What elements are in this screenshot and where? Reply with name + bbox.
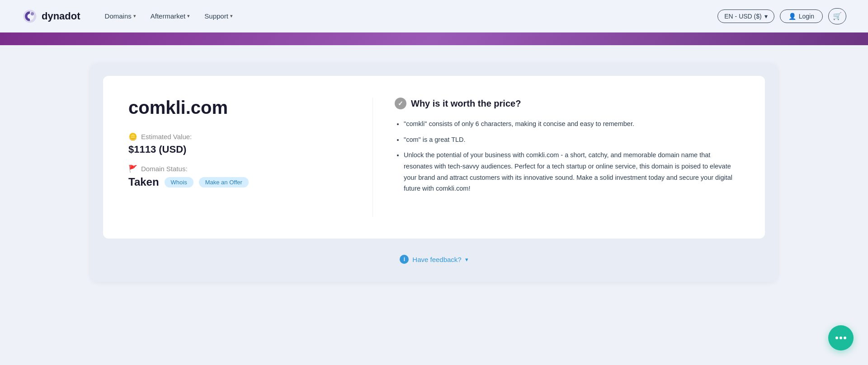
chat-button[interactable] [828,325,854,351]
logo-link[interactable]: dynadot [22,8,80,24]
lang-chevron-icon: ▾ [764,13,768,20]
coins-icon: 🪙 [128,132,137,141]
outer-card: comkli.com 🪙 Estimated Value: $1113 (USD… [90,63,778,282]
nav-domains[interactable]: Domains ▾ [99,9,142,23]
domain-info-card: comkli.com 🪙 Estimated Value: $1113 (USD… [103,76,765,239]
nav-right: EN - USD ($) ▾ 👤 Login 🛒 [717,8,846,24]
estimated-value-label: Estimated Value: [141,133,192,140]
right-panel: ✓ Why is it worth the price? "comkli" co… [373,98,740,217]
logo-icon [22,8,38,24]
why-list-item: "comkli" consists of only 6 characters, … [404,118,740,130]
domain-name: comkli.com [128,98,345,118]
language-selector[interactable]: EN - USD ($) ▾ [717,9,774,23]
status-row: Taken Whois Make an Offer [128,176,345,188]
nav-links: Domains ▾ Aftermarket ▾ Support ▾ [99,9,718,23]
flag-icon: 🚩 [128,164,137,173]
why-list: "comkli" consists of only 6 characters, … [395,118,740,194]
user-icon: 👤 [788,13,796,20]
promo-banner [0,33,868,45]
main-content: comkli.com 🪙 Estimated Value: $1113 (USD… [0,45,868,334]
feedback-bar: i Have feedback? ▾ [103,249,765,269]
why-list-item: "com" is a great TLD. [404,134,740,145]
domains-chevron-icon: ▾ [133,13,136,19]
make-an-offer-badge[interactable]: Make an Offer [199,177,249,187]
domain-status-value: Taken [128,176,159,188]
info-icon: i [400,255,409,264]
feedback-chevron-icon: ▾ [465,256,468,263]
brand-name: dynadot [42,10,80,22]
verified-icon: ✓ [395,98,406,109]
aftermarket-chevron-icon: ▾ [187,13,190,19]
whois-badge[interactable]: Whois [165,177,193,187]
domain-status-label: Domain Status: [141,165,188,173]
left-panel: comkli.com 🪙 Estimated Value: $1113 (USD… [128,98,345,217]
estimated-value: $1113 (USD) [128,144,345,155]
why-list-item: Unlock the potential of your business wi… [404,150,740,194]
login-button[interactable]: 👤 Login [780,9,823,23]
cart-button[interactable]: 🛒 [828,8,846,24]
nav-aftermarket[interactable]: Aftermarket ▾ [144,9,197,23]
chat-dots-icon [835,337,846,339]
estimated-value-section: 🪙 Estimated Value: $1113 (USD) [128,132,345,155]
nav-support[interactable]: Support ▾ [198,9,239,23]
support-chevron-icon: ▾ [230,13,233,19]
domain-status-section: 🚩 Domain Status: Taken Whois Make an Off… [128,164,345,188]
feedback-text[interactable]: Have feedback? [412,256,461,263]
navbar: dynadot Domains ▾ Aftermarket ▾ Support … [0,0,868,33]
cart-icon: 🛒 [833,12,842,20]
svg-point-0 [31,12,34,15]
why-title: ✓ Why is it worth the price? [395,98,740,109]
